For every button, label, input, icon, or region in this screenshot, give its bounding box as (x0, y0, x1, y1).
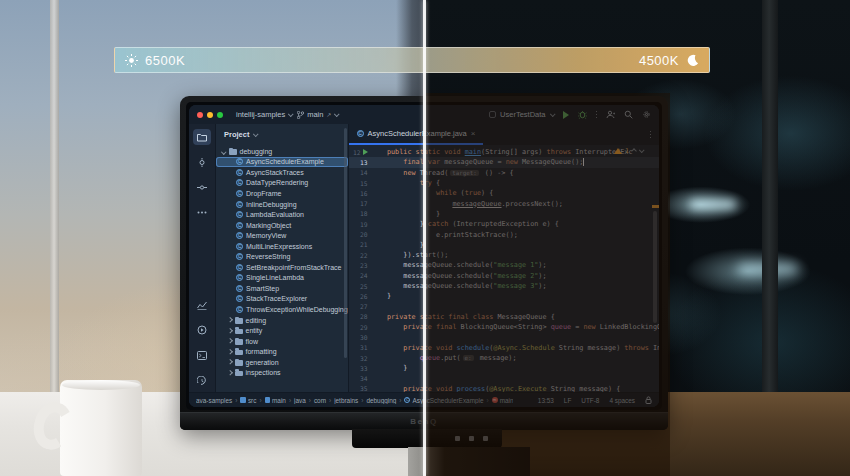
project-selector[interactable]: intellij-samples (236, 110, 292, 119)
tree-item[interactable]: CMultiLineExpressions (216, 241, 348, 252)
tree-item[interactable]: CDataTypeRendering (216, 178, 348, 189)
tree-item[interactable]: generation (216, 357, 348, 368)
breadcrumb-item[interactable]: CAsyncSchedulerExample (404, 397, 483, 404)
code-line[interactable]: 31 private void schedule(@Async.Schedule… (349, 343, 659, 353)
services-tool-button[interactable] (193, 322, 211, 338)
tree-item[interactable]: CSmartStep (216, 283, 348, 294)
window-controls[interactable] (197, 112, 223, 118)
commit-tool-button[interactable] (193, 154, 211, 170)
code-line[interactable]: 12 public static void main(String[] args… (349, 147, 659, 157)
code-line[interactable]: 26 } (349, 291, 659, 301)
history-tool-button[interactable] (193, 372, 211, 388)
settings-gear-icon[interactable] (642, 110, 651, 119)
tree-item[interactable]: CInlineDebugging (216, 199, 348, 210)
more-actions-menu[interactable] (596, 111, 598, 119)
prev-problem-icon[interactable] (631, 148, 637, 154)
lock-icon[interactable] (645, 396, 652, 404)
code-line[interactable]: 23 messageQueue.schedule("message 1"); (349, 260, 659, 270)
code-line[interactable]: 29 private final BlockingQueue<String> q… (349, 322, 659, 332)
inspection-widget[interactable]: 1 (614, 147, 643, 155)
tree-item[interactable]: debugging (216, 146, 348, 157)
tree-item[interactable]: entity (216, 325, 348, 336)
status-segment[interactable]: LF (564, 397, 571, 404)
tree-item[interactable]: CDropFrame (216, 188, 348, 199)
code-token: String message) { (547, 385, 621, 392)
code-line[interactable]: 32 queue.put(e: message); (349, 353, 659, 363)
code-line[interactable]: 21 } (349, 240, 659, 250)
tree-item[interactable]: inspections (216, 367, 348, 378)
window-control-dot[interactable] (197, 112, 203, 118)
debug-button[interactable] (578, 110, 587, 119)
tree-item[interactable]: CSingleLineLambda (216, 273, 348, 284)
tree-item[interactable]: CMarkingObject (216, 220, 348, 231)
monitor-button[interactable] (455, 436, 460, 441)
terminal-tool-button[interactable] (193, 347, 211, 363)
tree-item[interactable]: CLambdaEvaluation (216, 209, 348, 220)
tab-options-menu[interactable] (650, 131, 652, 139)
code-line[interactable]: 24 messageQueue.schedule("message 2"); (349, 271, 659, 281)
more-tools-button[interactable] (193, 204, 211, 220)
code-line[interactable]: 35 private void process(@Async.Execute S… (349, 384, 659, 392)
folder-icon (235, 359, 243, 366)
tree-item[interactable]: editing (216, 315, 348, 326)
run-button[interactable] (563, 111, 569, 119)
line-number: 35 (349, 385, 371, 392)
tree-item[interactable]: CStackTraceExplorer (216, 294, 348, 305)
tree-item[interactable]: CAsyncStackTraces (216, 167, 348, 178)
window-control-dot[interactable] (217, 112, 223, 118)
tree-item[interactable]: CAsyncSchedulerExample (216, 157, 348, 168)
breadcrumb-item[interactable]: java (294, 397, 306, 404)
panel-scrollbar[interactable] (344, 128, 347, 358)
code-token: process (457, 385, 486, 392)
tree-item[interactable]: CThrowExceptionWhileDebugging (216, 304, 348, 315)
tree-item[interactable]: formatting (216, 346, 348, 357)
breadcrumb-item[interactable]: mmain (492, 397, 514, 404)
monitor-button[interactable] (483, 436, 488, 441)
breadcrumb-item[interactable]: main (265, 397, 286, 404)
project-tool-button[interactable] (193, 129, 211, 145)
breadcrumb-item[interactable]: debugging (366, 397, 396, 404)
code-editor[interactable]: 1 12 public static void main(String[] ar… (349, 145, 659, 392)
status-segment[interactable]: UTF-8 (581, 397, 599, 404)
breadcrumb-item[interactable]: src (240, 397, 256, 404)
search-icon[interactable] (624, 110, 633, 119)
tree-item[interactable]: CReverseString (216, 251, 348, 262)
code-line[interactable]: 30 (349, 332, 659, 342)
monitor-button[interactable] (469, 436, 474, 441)
code-line[interactable]: 13 final var messageQueue = new MessageQ… (349, 157, 659, 167)
window-control-dot[interactable] (207, 112, 213, 118)
code-line[interactable]: 19 } catch (InterruptedException e) { (349, 219, 659, 229)
project-panel-header[interactable]: Project (216, 124, 348, 145)
code-line[interactable]: 34 (349, 374, 659, 384)
code-line[interactable]: 18 } (349, 209, 659, 219)
breadcrumb-item[interactable]: ava-samples (196, 397, 232, 404)
status-segment[interactable]: 4 spaces (609, 397, 635, 404)
code-line[interactable]: 33 } (349, 363, 659, 373)
structure-tool-button[interactable] (193, 179, 211, 195)
code-line[interactable]: 22 }).start(); (349, 250, 659, 260)
profiler-tool-button[interactable] (193, 297, 211, 313)
branch-selector[interactable]: main ↗ (297, 110, 338, 119)
code-line[interactable]: 16 while (true) { (349, 188, 659, 198)
tab-async-scheduler-example[interactable]: C AsyncSchedulerExample.java × (349, 124, 484, 145)
breadcrumb[interactable]: ava-samples›src›main›java›com›jetbrains›… (196, 397, 513, 404)
tree-item[interactable]: CMemoryView (216, 230, 348, 241)
run-gutter-icon[interactable] (363, 149, 368, 155)
code-line[interactable]: 25 messageQueue.schedule("message 3"); (349, 281, 659, 291)
code-line[interactable]: 20 e.printStackTrace(); (349, 229, 659, 239)
tree-item[interactable]: CSetBreakpointFromStackTrace (216, 262, 348, 273)
breadcrumb-item[interactable]: jetbrains (334, 397, 358, 404)
tab-close-icon[interactable]: × (471, 129, 476, 138)
code-line[interactable]: 15 try { (349, 178, 659, 188)
run-config-selector[interactable]: UserTestData (489, 110, 553, 119)
tree-item[interactable]: flow (216, 336, 348, 347)
code-line[interactable]: 14 new Thread(target: () -> { (349, 168, 659, 178)
status-segment[interactable]: 13:53 (538, 397, 554, 404)
code-line[interactable]: 17 messageQueue.processNext(); (349, 198, 659, 208)
breadcrumb-item[interactable]: com (314, 397, 326, 404)
code-line[interactable]: 27 (349, 301, 659, 311)
warning-icon (614, 148, 622, 154)
profile-icon[interactable] (606, 110, 615, 119)
line-number: 20 (349, 231, 371, 238)
code-line[interactable]: 28 private static final class MessageQue… (349, 312, 659, 322)
